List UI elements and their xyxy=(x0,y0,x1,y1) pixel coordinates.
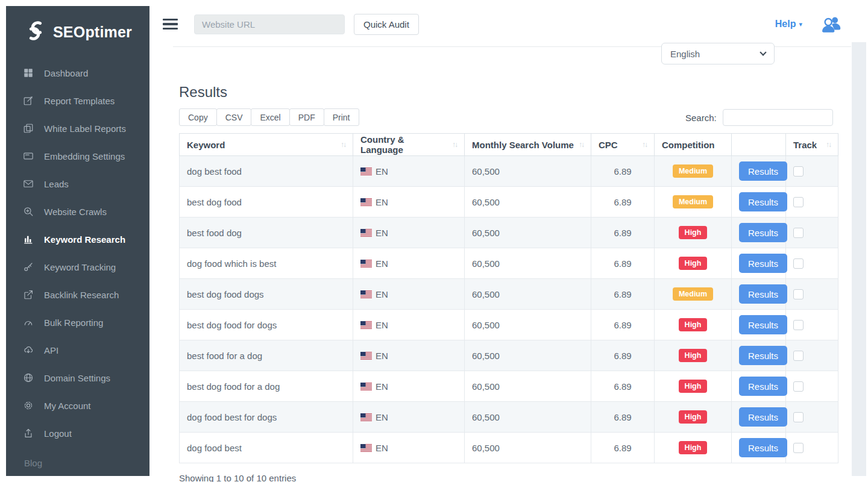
competition-badge: High xyxy=(679,441,708,454)
track-checkbox[interactable] xyxy=(793,381,804,392)
sidebar-item-report-templates[interactable]: Report Templates xyxy=(6,87,149,114)
language-select[interactable]: English xyxy=(661,43,775,64)
country-cell: EN xyxy=(353,310,465,340)
language-code: EN xyxy=(376,258,388,269)
sidebar-item-label: Keyword Tracking xyxy=(44,262,116,272)
gear-icon xyxy=(22,400,34,412)
export-copy-button[interactable]: Copy xyxy=(179,108,217,126)
track-checkbox[interactable] xyxy=(793,289,804,299)
sidebar-item-domain-settings[interactable]: Domain Settings xyxy=(6,364,149,392)
column-label: Monthly Search Volume xyxy=(472,140,574,150)
results-button[interactable]: Results xyxy=(739,346,787,365)
hamburger-icon[interactable] xyxy=(162,16,179,32)
help-menu[interactable]: Help ▾ xyxy=(775,19,802,30)
caret-down-icon: ▾ xyxy=(799,20,802,28)
competition-badge: Medium xyxy=(673,164,713,178)
content-area: English Results CopyCSVExcelPDFPrint Sea… xyxy=(149,42,851,476)
results-button[interactable]: Results xyxy=(739,254,787,273)
volume-cell: 60,500 xyxy=(465,187,591,218)
sidebar-item-white-label-reports[interactable]: White Label Reports xyxy=(6,114,149,142)
results-button[interactable]: Results xyxy=(739,192,787,211)
track-checkbox[interactable] xyxy=(793,443,804,453)
sidebar-item-website-crawls[interactable]: Website Crawls xyxy=(6,198,149,225)
export-pdf-button[interactable]: PDF xyxy=(289,108,324,126)
sidebar-item-label: Report Templates xyxy=(44,96,115,106)
results-button[interactable]: Results xyxy=(739,315,787,334)
keyword-cell: dog food best for dogs xyxy=(180,402,353,433)
volume-cell: 60,500 xyxy=(465,248,591,279)
volume-cell: 60,500 xyxy=(465,340,591,371)
track-checkbox[interactable] xyxy=(793,228,804,238)
sidebar-item-my-account[interactable]: My Account xyxy=(6,392,149,419)
page-title: Results xyxy=(179,84,227,101)
volume-cell: 60,500 xyxy=(465,433,591,463)
track-cell xyxy=(786,279,838,310)
action-cell: Results xyxy=(732,156,786,187)
results-button[interactable]: Results xyxy=(739,407,787,427)
brand-logo[interactable]: SEOptimer xyxy=(6,6,149,51)
column-header-monthly-search-volume[interactable]: Monthly Search Volume↑↓ xyxy=(465,134,591,156)
competition-badge: High xyxy=(679,318,708,331)
track-cell xyxy=(786,340,838,371)
table-row: dog food best for dogs EN 60,500 6.89 Hi… xyxy=(180,402,838,433)
sidebar-item-label: Website Crawls xyxy=(44,207,107,217)
export-print-button[interactable]: Print xyxy=(324,108,359,126)
action-cell: Results xyxy=(732,279,786,310)
brand-name: SEOptimer xyxy=(53,23,132,41)
website-url-input[interactable] xyxy=(194,14,345,34)
results-button[interactable]: Results xyxy=(739,284,787,304)
sort-icon: ↑↓ xyxy=(642,140,647,149)
track-checkbox[interactable] xyxy=(793,320,804,330)
envelope-icon xyxy=(22,178,34,190)
export-csv-button[interactable]: CSV xyxy=(216,108,252,126)
competition-badge: High xyxy=(679,410,708,424)
results-button[interactable]: Results xyxy=(739,223,787,242)
us-flag-icon xyxy=(360,229,372,237)
competition-cell: High xyxy=(655,340,732,371)
action-cell: Results xyxy=(732,248,786,279)
results-button[interactable]: Results xyxy=(739,377,787,396)
column-header-country-language[interactable]: Country & Language↑↓ xyxy=(353,134,465,156)
sidebar-item-dashboard[interactable]: Dashboard xyxy=(6,59,149,87)
keyword-cell: best food for a dog xyxy=(180,340,353,371)
sidebar-item-api[interactable]: API xyxy=(6,336,149,364)
track-checkbox[interactable] xyxy=(793,197,804,207)
competition-cell: High xyxy=(655,402,732,433)
column-label: Country & Language xyxy=(360,134,448,155)
quick-audit-button[interactable]: Quick Audit xyxy=(354,14,419,35)
track-checkbox[interactable] xyxy=(793,351,804,361)
search-label: Search: xyxy=(685,113,717,123)
page-scrollbar[interactable] xyxy=(852,42,866,476)
sidebar-item-bulk-reporting[interactable]: Bulk Reporting xyxy=(6,308,149,336)
table-row: dog food best EN 60,500 6.89 High Result… xyxy=(180,433,838,463)
table-row: best dog food for a dog EN 60,500 6.89 H… xyxy=(180,371,838,402)
language-code: EN xyxy=(376,320,388,330)
column-header-track[interactable]: Track↑↓ xyxy=(786,134,838,156)
track-checkbox[interactable] xyxy=(793,166,804,177)
sidebar-item-label: API xyxy=(44,345,58,355)
column-header-cpc[interactable]: CPC↑↓ xyxy=(591,134,655,156)
sidebar-item-blog[interactable]: Blog xyxy=(6,458,149,468)
search-input[interactable] xyxy=(723,109,833,126)
country-cell: EN xyxy=(353,279,465,310)
cpc-cell: 6.89 xyxy=(591,187,655,218)
table-row: dog food which is best EN 60,500 6.89 Hi… xyxy=(180,248,838,279)
table-row: best food dog EN 60,500 6.89 High Result… xyxy=(180,218,838,248)
export-excel-button[interactable]: Excel xyxy=(251,108,289,126)
sidebar-item-embedding-settings[interactable]: Embedding Settings xyxy=(6,142,149,170)
competition-cell: Medium xyxy=(655,279,732,310)
results-button[interactable]: Results xyxy=(739,438,787,457)
sidebar-item-backlink-research[interactable]: Backlink Research xyxy=(6,281,149,308)
track-checkbox[interactable] xyxy=(793,412,804,422)
results-button[interactable]: Results xyxy=(739,161,787,181)
sidebar-item-logout[interactable]: Logout xyxy=(6,419,149,447)
users-icon[interactable] xyxy=(820,15,842,33)
keyword-cell: best dog food for dogs xyxy=(180,310,353,340)
sidebar-item-leads[interactable]: Leads xyxy=(6,170,149,198)
column-header-keyword[interactable]: Keyword↑↓ xyxy=(180,134,353,156)
track-checkbox[interactable] xyxy=(793,258,804,269)
cpc-cell: 6.89 xyxy=(591,279,655,310)
sidebar-item-keyword-research[interactable]: Keyword Research xyxy=(6,225,149,253)
column-label: Keyword xyxy=(187,140,225,150)
sidebar-item-keyword-tracking[interactable]: Keyword Tracking xyxy=(6,253,149,281)
